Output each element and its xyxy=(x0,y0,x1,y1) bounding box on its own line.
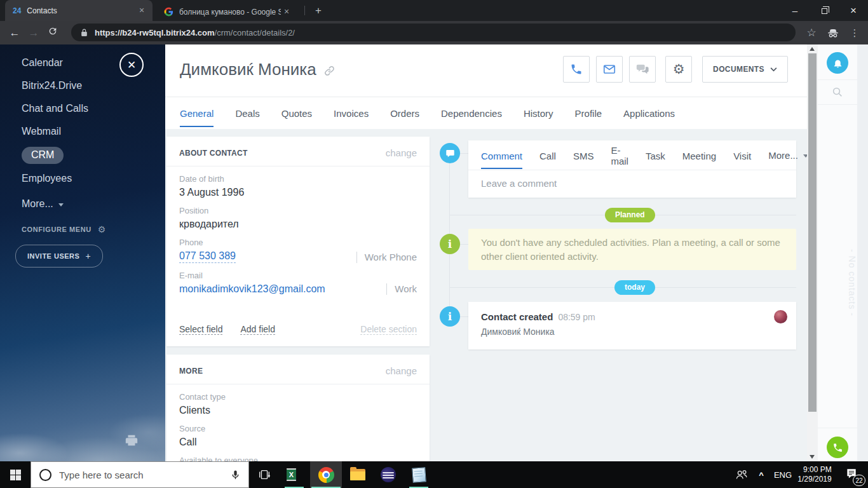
invite-users-button[interactable]: INVITE USERS + xyxy=(15,245,103,268)
tab-orders[interactable]: Orders xyxy=(390,98,419,127)
select-field-link[interactable]: Select field xyxy=(179,324,222,335)
info-icon-blue: i xyxy=(440,306,460,327)
timeline-connector xyxy=(459,153,468,154)
sidebar-item-drive[interactable]: Bitrix24.Drive xyxy=(22,74,88,97)
action-center-button[interactable]: 22 xyxy=(837,461,865,488)
tab-invoices[interactable]: Invoices xyxy=(334,98,369,127)
people-button[interactable] xyxy=(731,461,752,488)
printer-icon[interactable] xyxy=(125,433,139,447)
change-link[interactable]: change xyxy=(386,147,417,158)
language-indicator[interactable]: ENG xyxy=(770,461,796,488)
close-tab-icon[interactable]: × xyxy=(136,5,147,17)
notifications-button[interactable] xyxy=(827,52,848,74)
phone-link[interactable]: 077 530 389 xyxy=(179,250,236,263)
chat-button[interactable] xyxy=(629,56,656,83)
scroll-down-arrow[interactable] xyxy=(810,455,815,459)
scrollbar[interactable] xyxy=(807,44,818,461)
rail-search-button[interactable] xyxy=(818,80,857,105)
taskbar-notepad[interactable] xyxy=(404,461,433,488)
clock[interactable]: 9:00 PM1/29/2019 xyxy=(794,461,835,488)
task-view-icon xyxy=(257,468,271,482)
address-bar[interactable]: https://b24-rw5tql.bitrix24.com/crm/cont… xyxy=(71,24,796,41)
tab-quotes[interactable]: Quotes xyxy=(281,98,312,127)
telephony-button[interactable] xyxy=(827,437,848,458)
comment-stream-icon xyxy=(440,143,460,163)
tab-call[interactable]: Call xyxy=(539,142,556,169)
right-rail: - No contacts - xyxy=(818,44,857,461)
bookmark-star-icon[interactable]: ☆ xyxy=(801,26,822,39)
tab-deals[interactable]: Deals xyxy=(235,98,259,127)
tab-visit[interactable]: Visit xyxy=(733,142,751,169)
tab-email[interactable]: E-mail xyxy=(611,136,628,174)
tab-meeting[interactable]: Meeting xyxy=(682,142,716,169)
sidebar-item-crm[interactable]: CRM xyxy=(22,143,88,167)
tab-more[interactable]: More... xyxy=(768,150,807,161)
phone-icon xyxy=(832,442,843,453)
cortana-icon xyxy=(39,469,51,481)
language-label: ENG xyxy=(774,470,792,480)
sidebar-item-label: Webmail xyxy=(22,126,61,137)
tab-profile[interactable]: Profile xyxy=(575,98,602,127)
taskbar-explorer[interactable] xyxy=(343,461,372,488)
field-date-of-birth: Date of birth 3 August 1996 xyxy=(166,166,430,198)
call-button[interactable] xyxy=(563,56,590,83)
close-tab-icon[interactable]: × xyxy=(281,6,292,18)
scrollbar-thumb[interactable] xyxy=(808,53,817,412)
browser-tab-google[interactable]: болница куманово - Google Sea × xyxy=(156,3,300,21)
tab-sms[interactable]: SMS xyxy=(573,142,594,169)
notification-count-badge: 22 xyxy=(853,475,865,486)
link-icon[interactable] xyxy=(324,65,335,76)
add-field-link[interactable]: Add field xyxy=(240,324,275,335)
sidebar-item-chat[interactable]: Chat and Calls xyxy=(22,97,88,120)
window-close-button[interactable]: × xyxy=(839,0,868,21)
tab-task[interactable]: Task xyxy=(646,142,665,169)
taskbar-excel[interactable]: X xyxy=(280,461,309,488)
settings-button[interactable]: ⚙ xyxy=(665,56,692,83)
sidebar-item-employees[interactable]: Employees xyxy=(22,167,88,190)
window-restore-button[interactable] xyxy=(810,0,839,21)
tab-dependencies[interactable]: Dependencies xyxy=(441,98,502,127)
documents-button[interactable]: DOCUMENTS xyxy=(702,56,788,83)
taskbar-chrome[interactable] xyxy=(310,461,342,488)
timeline-entry-contact-created[interactable]: Contact created 08:59 pm Димковиќ Моника xyxy=(468,302,796,349)
email-button[interactable] xyxy=(596,56,623,83)
task-view-button[interactable] xyxy=(250,461,278,488)
taskbar-eclipse[interactable] xyxy=(374,461,403,488)
browser-menu-icon[interactable]: ⋮ xyxy=(844,27,865,39)
tab-comment[interactable]: Comment xyxy=(481,142,522,169)
tab-title: болница куманово - Google Sea xyxy=(179,8,281,17)
lock-icon xyxy=(80,29,88,37)
comment-input[interactable]: Leave a comment xyxy=(468,170,796,196)
field-label: Available to everyone xyxy=(179,456,417,461)
sidebar-item-more[interactable]: More... xyxy=(22,193,88,215)
forward-button[interactable]: → xyxy=(24,27,43,39)
sidebar-item-webmail[interactable]: Webmail xyxy=(22,120,88,143)
search-input[interactable] xyxy=(59,470,230,480)
configure-menu-button[interactable]: CONFIGURE MENU ⚙ xyxy=(22,224,106,234)
tab-history[interactable]: History xyxy=(524,98,553,127)
plus-icon: + xyxy=(85,251,91,261)
browser-tab-contacts[interactable]: 24 Contacts × xyxy=(5,0,153,21)
start-button[interactable] xyxy=(0,461,31,488)
taskbar-search[interactable] xyxy=(31,461,249,488)
new-tab-button[interactable]: + xyxy=(310,3,327,19)
tab-general[interactable]: General xyxy=(180,98,214,127)
sidebar-close-button[interactable]: ✕ xyxy=(119,53,144,77)
avatar[interactable] xyxy=(774,310,787,323)
show-hidden-icons-button[interactable]: ^ xyxy=(754,461,769,488)
reload-button[interactable] xyxy=(43,26,62,39)
scroll-up-arrow[interactable] xyxy=(810,47,815,51)
tab-applications[interactable]: Applications xyxy=(623,98,675,127)
field-position: Position крводарител xyxy=(166,198,430,230)
contact-name-row: Димковиќ Моника xyxy=(180,60,335,79)
microphone-icon[interactable] xyxy=(230,470,241,480)
sidebar-item-calendar[interactable]: Calendar xyxy=(22,51,88,74)
change-link[interactable]: change xyxy=(386,365,417,376)
email-link[interactable]: monikadimkovik123@gmail.com xyxy=(179,283,325,295)
field-contact-type: Contact type Clients xyxy=(166,384,430,416)
restore-icon xyxy=(822,8,827,14)
browser-tabstrip: 24 Contacts × болница куманово - Google … xyxy=(0,0,868,21)
delete-section-link[interactable]: Delete section xyxy=(360,324,417,335)
back-button[interactable]: ← xyxy=(5,27,24,39)
window-minimize-button[interactable]: – xyxy=(780,0,810,21)
